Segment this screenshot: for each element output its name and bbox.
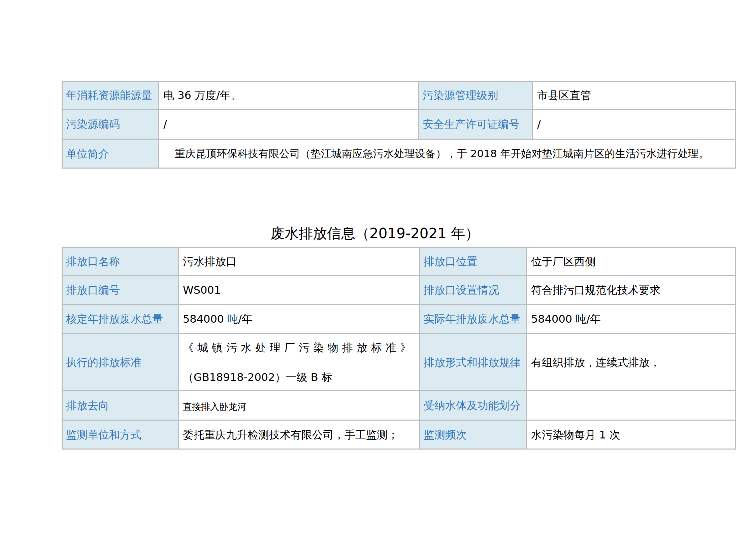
label-company-profile: 单位简介 — [63, 140, 159, 169]
value-annual-resource-energy-consumption: 电 36 万度/年。 — [159, 82, 419, 110]
value-pollution-source-management-level: 市县区直管 — [533, 82, 736, 110]
label-annual-resource-energy-consumption: 年消耗资源能源量 — [63, 82, 159, 110]
value-discharge-destination: 直接排入卧龙河 — [179, 391, 420, 421]
label-pollution-source-management-level: 污染源管理级别 — [419, 82, 533, 110]
value-outlet-setup-status: 符合排污口规范化技术要求 — [527, 276, 736, 305]
label-monitoring-frequency: 监测频次 — [420, 421, 527, 450]
facility-info-table: 年消耗资源能源量 电 36 万度/年。 污染源管理级别 市县区直管 污染源编码 … — [62, 81, 736, 169]
value-monitoring-frequency: 水污染物每月 1 次 — [527, 421, 736, 450]
label-outlet-name: 排放口名称 — [63, 248, 179, 276]
value-outlet-name: 污水排放口 — [179, 248, 420, 276]
value-outlet-location: 位于厂区西侧 — [527, 248, 736, 276]
value-actual-annual-wastewater-total: 584000 吨/年 — [527, 305, 736, 334]
label-outlet-setup-status: 排放口设置情况 — [420, 276, 527, 305]
value-company-profile: 重庆昆顶环保科技有限公司（垫江城南应急污水处理设备），于 2018 年开始对垫江… — [159, 140, 736, 169]
value-approved-annual-wastewater-total: 584000 吨/年 — [179, 305, 420, 334]
value-receiving-water-body-function — [527, 391, 736, 421]
discharge-standard-line2: （GB18918-2002）一级 B 标 — [183, 370, 332, 384]
label-outlet-number: 排放口编号 — [63, 276, 179, 305]
value-outlet-number: WS001 — [179, 276, 420, 305]
section-title-wastewater-discharge-info: 废水排放信息（2019-2021 年） — [270, 224, 479, 243]
label-safety-production-license-number: 安全生产许可证编号 — [419, 110, 533, 140]
discharge-standard-line1: 《城镇污水处理厂污染物排放标准》 — [183, 341, 415, 354]
value-safety-production-license-number: / — [533, 110, 736, 140]
label-applicable-discharge-standard: 执行的排放标准 — [63, 334, 179, 391]
label-receiving-water-body-function: 受纳水体及功能划分 — [420, 391, 527, 421]
label-discharge-destination: 排放去向 — [63, 391, 179, 421]
label-monitoring-unit-and-method: 监测单位和方式 — [63, 421, 179, 450]
document-page: 年消耗资源能源量 电 36 万度/年。 污染源管理级别 市县区直管 污染源编码 … — [0, 0, 756, 534]
value-monitoring-unit-and-method: 委托重庆九升检测技术有限公司，手工监测； — [179, 421, 420, 450]
label-approved-annual-wastewater-total: 核定年排放废水总量 — [63, 305, 179, 334]
value-applicable-discharge-standard: 《城镇污水处理厂污染物排放标准》 （GB18918-2002）一级 B 标 — [179, 334, 420, 391]
label-pollution-source-code: 污染源编码 — [63, 110, 159, 140]
label-outlet-location: 排放口位置 — [420, 248, 527, 276]
value-discharge-form-and-pattern: 有组织排放，连续式排放， — [527, 334, 736, 391]
label-actual-annual-wastewater-total: 实际年排放废水总量 — [420, 305, 527, 334]
value-pollution-source-code: / — [159, 110, 419, 140]
label-discharge-form-and-pattern: 排放形式和排放规律 — [420, 334, 527, 391]
wastewater-discharge-table: 排放口名称 污水排放口 排放口位置 位于厂区西侧 排放口编号 WS001 排放口… — [62, 247, 736, 450]
